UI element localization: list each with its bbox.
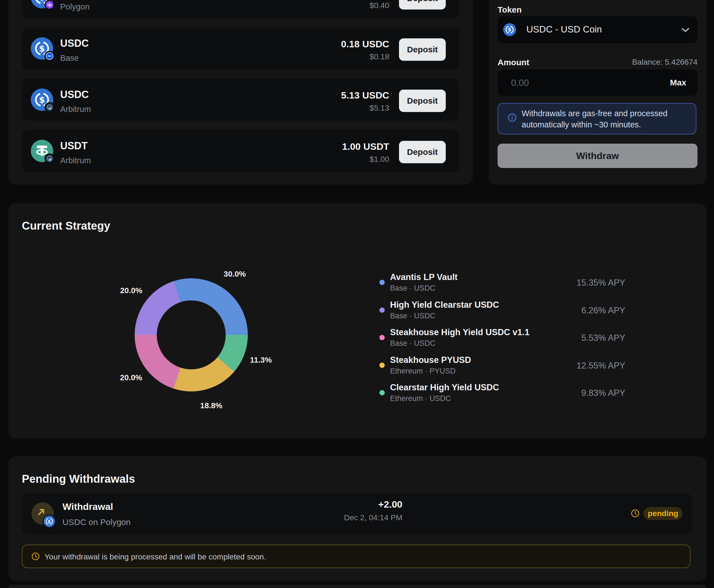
token-field-label: Token bbox=[498, 5, 522, 15]
vault-detail: Base · USDC bbox=[390, 284, 435, 293]
svg-text:$: $ bbox=[39, 0, 45, 2]
pending-note-box: Your withdrawal is being processed and w… bbox=[22, 545, 691, 568]
token-network: Arbitrum bbox=[60, 105, 91, 114]
usdc-icon: $ bbox=[43, 514, 56, 528]
token-balance-values: 0.40 USDC $0.40 bbox=[341, 0, 389, 18]
network-badge-icon bbox=[44, 102, 55, 112]
pending-detail: USDC on Polygon bbox=[62, 518, 130, 527]
vault-name: Steakhouse PYUSD bbox=[390, 355, 471, 365]
token-balance-values: 5.13 USDC $5.13 bbox=[341, 79, 389, 121]
vault-apy: 12.55% APY bbox=[576, 361, 625, 371]
clock-icon bbox=[631, 509, 639, 518]
token-balance-values: 0.18 USDC $0.18 bbox=[341, 27, 389, 69]
deposit-button[interactable]: Deposit bbox=[399, 38, 446, 61]
amount-field-label: Amount bbox=[498, 58, 529, 67]
vault-apy: 9.83% APY bbox=[581, 388, 625, 398]
deposit-button[interactable]: Deposit bbox=[399, 90, 446, 112]
token-icon-wrap: $ bbox=[31, 0, 53, 8]
withdraw-info-box: Withdrawals are gas-free and processed a… bbox=[498, 103, 696, 134]
pending-amount: +2.00 bbox=[344, 499, 402, 510]
legend-color-dot bbox=[379, 280, 385, 285]
vault-detail: Ethereum · USDC bbox=[390, 394, 451, 403]
legend-color-dot bbox=[379, 335, 385, 340]
token-icon-wrap: $ bbox=[31, 37, 53, 60]
pending-title: Pending Withdrawals bbox=[22, 472, 135, 485]
max-button[interactable]: Max bbox=[670, 78, 686, 87]
vault-apy: 5.53% APY bbox=[581, 333, 625, 343]
pending-date: Dec 2, 04:14 PM bbox=[344, 513, 402, 522]
vault-detail: Base · USDC bbox=[390, 339, 435, 348]
legend-color-dot bbox=[379, 390, 385, 395]
withdraw-panel: Token $ USDC - USD Coin Amount Balance: … bbox=[489, 0, 707, 185]
info-icon bbox=[508, 113, 517, 122]
token-amount: 1.00 USDT bbox=[342, 141, 389, 152]
network-badge-icon bbox=[44, 153, 55, 164]
current-strategy-card: Current Strategy 30.0%11.3%18.8%20.0%20.… bbox=[8, 203, 707, 439]
strategy-legend-row: Clearstar High Yield USDC Ethereum · USD… bbox=[8, 381, 707, 404]
deposit-button[interactable]: Deposit bbox=[399, 0, 446, 9]
deposit-button[interactable]: Deposit bbox=[399, 141, 446, 163]
withdrawal-type-icon-wrap: $ bbox=[31, 502, 54, 525]
token-balance-row: $ USDC Polygon 0.40 USDC $0.40 Deposit bbox=[22, 0, 459, 18]
vault-apy: 15.35% APY bbox=[576, 278, 625, 288]
token-symbol: USDT bbox=[60, 140, 88, 152]
vault-name: Steakhouse High Yield USDC v1.1 bbox=[390, 327, 529, 337]
vault-apy: 6.26% APY bbox=[581, 306, 625, 316]
vault-detail: Ethereum · PYUSD bbox=[390, 367, 456, 376]
legend-color-dot bbox=[379, 308, 385, 313]
token-usd-value: $0.40 bbox=[341, 1, 389, 10]
network-badge-icon bbox=[44, 0, 55, 10]
legend-color-dot bbox=[379, 363, 385, 368]
token-network: Polygon bbox=[60, 2, 90, 12]
token-balances-card: $ USDC Polygon 0.40 USDC $0.40 Deposit $… bbox=[8, 0, 473, 185]
token-balance-row: $ USDC Base 0.18 USDC $0.18 Deposit bbox=[22, 27, 459, 69]
svg-text:$: $ bbox=[39, 44, 45, 54]
chevron-down-icon bbox=[681, 27, 690, 34]
usdc-icon: $ bbox=[503, 23, 516, 36]
clock-icon bbox=[31, 552, 40, 561]
svg-text:$: $ bbox=[508, 27, 511, 33]
token-usd-value: $1.00 bbox=[342, 155, 389, 164]
strategy-legend-row: Avantis LP Vault Base · USDC 15.35% APY bbox=[8, 271, 707, 293]
token-balance-row: USDT Arbitrum 1.00 USDT $1.00 Deposit bbox=[22, 130, 459, 172]
token-select-value: USDC - USD Coin bbox=[526, 24, 602, 35]
vault-detail: Base · USDC bbox=[390, 312, 435, 320]
network-badge-icon bbox=[44, 51, 55, 61]
token-usd-value: $0.18 bbox=[341, 52, 389, 61]
token-balance-row: $ USDC Arbitrum 5.13 USDC $5.13 Deposit bbox=[22, 79, 459, 121]
token-network: Base bbox=[60, 54, 79, 63]
pending-amount-block: +2.00 Dec 2, 04:14 PM bbox=[344, 499, 402, 522]
token-select[interactable]: $ USDC - USD Coin bbox=[498, 16, 697, 43]
token-icon-wrap: $ bbox=[31, 88, 53, 111]
svg-text:$: $ bbox=[48, 519, 51, 524]
token-amount: 5.13 USDC bbox=[341, 90, 389, 101]
strategy-legend-row: Steakhouse PYUSD Ethereum · PYUSD 12.55%… bbox=[8, 354, 707, 376]
token-icon-wrap bbox=[31, 140, 53, 162]
token-symbol: USDC bbox=[60, 38, 89, 49]
svg-text:$: $ bbox=[39, 95, 45, 105]
withdraw-button[interactable]: Withdraw bbox=[498, 144, 697, 168]
vault-name: High Yield Clearstar USDC bbox=[390, 300, 499, 310]
vault-name: Avantis LP Vault bbox=[390, 272, 458, 282]
pending-withdrawal-row: $ Withdrawal USDC on Polygon +2.00 Dec 2… bbox=[22, 493, 692, 534]
withdraw-info-text: Withdrawals are gas-free and processed a… bbox=[522, 108, 690, 130]
next-card-top-edge bbox=[8, 585, 707, 588]
status-badge: pending bbox=[644, 507, 682, 520]
strategy-legend-row: High Yield Clearstar USDC Base · USDC 6.… bbox=[8, 299, 707, 321]
vault-name: Clearstar High Yield USDC bbox=[390, 382, 499, 393]
pending-withdrawals-card: Pending Withdrawals $ Withdrawal USDC on… bbox=[8, 456, 707, 581]
amount-input[interactable] bbox=[510, 69, 646, 96]
strategy-title: Current Strategy bbox=[22, 219, 110, 232]
token-balance-values: 1.00 USDT $1.00 bbox=[342, 130, 389, 172]
token-usd-value: $5.13 bbox=[341, 104, 389, 112]
pending-type: Withdrawal bbox=[62, 501, 113, 512]
strategy-legend-row: Steakhouse High Yield USDC v1.1 Base · U… bbox=[8, 326, 707, 349]
pending-note-text: Your withdrawal is being processed and w… bbox=[44, 552, 266, 561]
balance-label: Balance: 5.426674 bbox=[632, 58, 697, 67]
token-amount: 0.18 USDC bbox=[341, 39, 389, 49]
token-symbol: USDC bbox=[60, 89, 89, 101]
token-network: Arbitrum bbox=[60, 156, 91, 165]
amount-input-wrap: Max bbox=[498, 69, 697, 96]
